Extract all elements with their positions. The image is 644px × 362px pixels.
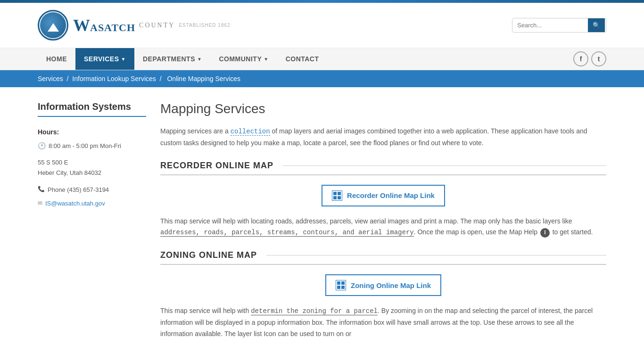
zoning-desc-before: This map service will help with: [160, 307, 251, 314]
main-content: Information Systems Hours: 🕐 8:00 am - 5…: [0, 87, 644, 362]
email-icon: ✉: [38, 198, 42, 209]
established-text: ESTABLISHED 1862: [179, 23, 230, 28]
sidebar-title: Information Systems: [38, 101, 146, 117]
nav-links: HOME SERVICES ▼ DEPARTMENTS ▼ COMMUNITY …: [38, 48, 328, 70]
facebook-icon[interactable]: f: [573, 51, 588, 66]
recorder-map-link-container: Recorder Online Map Link: [160, 185, 606, 206]
twitter-icon[interactable]: t: [591, 51, 606, 66]
recorder-map-heading: RECORDER ONLINE MAP: [160, 161, 606, 175]
recorder-map-link-button[interactable]: Recorder Online Map Link: [322, 185, 445, 206]
search-box: 🔍: [512, 18, 606, 33]
header-right: 🔍: [512, 18, 606, 33]
intro-paragraph: Mapping services are a collection of map…: [160, 126, 606, 149]
email-link[interactable]: IS@wasatch.utah.gov: [45, 198, 105, 209]
w-letter: W: [73, 17, 90, 34]
zoning-parcel-link[interactable]: determin the zoning for a parcel: [251, 307, 378, 315]
sidebar: Information Systems Hours: 🕐 8:00 am - 5…: [38, 101, 146, 352]
header: W ASATCH COUNTY ESTABLISHED 1862 🔍: [0, 3, 644, 48]
address-line2: Heber City, Utah 84032: [38, 168, 146, 178]
hours-text: 8:00 am - 5:00 pm Mon-Fri: [49, 140, 121, 151]
recorder-map-link-label: Recorder Online Map Link: [347, 191, 435, 199]
nav-contact[interactable]: CONTACT: [277, 48, 328, 70]
address-line1: 55 S 500 E: [38, 157, 146, 168]
asatch-text: ASATCH: [90, 23, 135, 33]
logo-circle: [38, 10, 68, 41]
mountain-icon: [48, 23, 59, 32]
breadcrumb-current: Online Mapping Services: [167, 75, 240, 82]
zoning-map-link-label: Zoning Online Map Link: [351, 281, 431, 289]
recorder-desc-end: to get started.: [551, 228, 593, 236]
site-name: W ASATCH COUNTY ESTABLISHED 1862: [73, 17, 231, 34]
recorder-desc-before: This map service will help with locating…: [160, 217, 572, 225]
community-dropdown-arrow: ▼: [264, 57, 268, 62]
breadcrumb-services[interactable]: Services: [38, 75, 63, 82]
phone-text: Phone (435) 657-3194: [48, 184, 109, 195]
zoning-map-heading: ZONING ONLINE MAP: [160, 250, 606, 265]
zoning-map-link-button[interactable]: Zoning Online Map Link: [325, 274, 441, 296]
breadcrumb-info-lookup[interactable]: Information Lookup Services: [72, 75, 156, 82]
nav-departments[interactable]: DEPARTMENTS ▼: [134, 48, 210, 70]
zoning-map-grid-icon: [336, 280, 346, 290]
phone-row: 📞 Phone (435) 657-3194: [38, 184, 146, 195]
sidebar-info: Hours: 🕐 8:00 am - 5:00 pm Mon-Fri 55 S …: [38, 126, 146, 209]
nav-home[interactable]: HOME: [38, 48, 75, 70]
recorder-map-grid-icon: [332, 190, 342, 201]
social-links: f t: [573, 51, 606, 66]
recorder-description: This map service will help with locating…: [160, 216, 606, 239]
hours-label: Hours:: [38, 126, 146, 138]
nav-services[interactable]: SERVICES ▼: [75, 48, 134, 70]
recorder-layers-link[interactable]: addresses, roads, parcels, streams, cont…: [160, 229, 414, 237]
logo-image: [40, 12, 66, 38]
logo-text: W ASATCH COUNTY ESTABLISHED 1862: [73, 17, 231, 34]
breadcrumb-bar: Services / Information Lookup Services /…: [0, 70, 644, 87]
intro-text-before: Mapping services are a: [160, 127, 231, 135]
email-row: ✉ IS@wasatch.utah.gov: [38, 198, 146, 209]
search-button[interactable]: 🔍: [588, 18, 605, 32]
address-block: 55 S 500 E Heber City, Utah 84032: [38, 157, 146, 178]
nav-community[interactable]: COMMUNITY ▼: [210, 48, 277, 70]
zoning-description: This map service will help with determin…: [160, 305, 606, 339]
page-title: Mapping Services: [160, 101, 606, 116]
logo-area: W ASATCH COUNTY ESTABLISHED 1862: [38, 10, 231, 41]
breadcrumb-sep-2: /: [160, 75, 164, 82]
county-text: COUNTY: [139, 22, 175, 29]
services-dropdown-arrow: ▼: [121, 57, 126, 62]
breadcrumb-sep-1: /: [67, 75, 71, 82]
recorder-desc-after: . Once the map is open, use the Map Help: [414, 228, 539, 236]
search-input[interactable]: [512, 19, 588, 32]
content-area: Mapping Services Mapping services are a …: [160, 101, 606, 352]
collection-link[interactable]: collection: [231, 128, 270, 136]
zoning-map-link-container: Zoning Online Map Link: [160, 274, 606, 296]
departments-dropdown-arrow: ▼: [197, 57, 202, 62]
map-help-info-icon: i: [540, 228, 550, 238]
phone-icon: 📞: [38, 184, 45, 195]
clock-icon: 🕐: [38, 140, 46, 152]
nav-bar: HOME SERVICES ▼ DEPARTMENTS ▼ COMMUNITY …: [0, 48, 644, 70]
hours-row: 🕐 8:00 am - 5:00 pm Mon-Fri: [38, 140, 146, 152]
